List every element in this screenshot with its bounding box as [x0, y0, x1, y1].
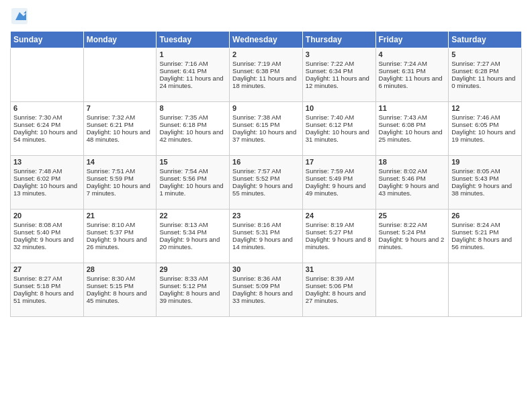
sunrise-text: Sunrise: 8:02 AM [379, 167, 427, 175]
day-cell: 22Sunrise: 8:13 AMSunset: 5:34 PMDayligh… [157, 210, 230, 263]
day-cell: 10Sunrise: 7:40 AMSunset: 6:12 PMDayligh… [302, 102, 375, 156]
daylight-text: Daylight: 11 hours and 18 minutes. [232, 75, 296, 89]
day-cell: 6Sunrise: 7:30 AMSunset: 6:24 PMDaylight… [11, 102, 84, 156]
day-cell: 24Sunrise: 8:19 AMSunset: 5:27 PMDayligh… [302, 210, 375, 263]
day-cell: 21Sunrise: 8:10 AMSunset: 5:37 PMDayligh… [83, 210, 157, 263]
day-number: 4 [379, 50, 446, 58]
sunset-text: Sunset: 6:28 PM [451, 67, 498, 75]
sunset-text: Sunset: 6:12 PM [306, 121, 353, 128]
day-header-thursday: Thursday [302, 32, 375, 48]
day-cell: 31Sunrise: 8:39 AMSunset: 5:06 PMDayligh… [302, 263, 375, 317]
day-cell: 26Sunrise: 8:24 AMSunset: 5:21 PMDayligh… [449, 210, 522, 263]
sunrise-text: Sunrise: 8:16 AM [232, 221, 281, 228]
day-cell: 19Sunrise: 8:05 AMSunset: 5:43 PMDayligh… [449, 156, 522, 210]
sunrise-text: Sunrise: 7:59 AM [306, 167, 354, 175]
day-cell: 14Sunrise: 7:51 AMSunset: 5:59 PMDayligh… [83, 156, 157, 210]
calendar-header-row: SundayMondayTuesdayWednesdayThursdayFrid… [11, 32, 522, 48]
day-number: 16 [232, 158, 300, 166]
daylight-text: Daylight: 10 hours and 19 minutes. [451, 128, 515, 143]
daylight-text: Daylight: 9 hours and 55 minutes. [232, 182, 293, 197]
day-cell: 1Sunrise: 7:16 AMSunset: 6:41 PMDaylight… [157, 48, 230, 102]
sunset-text: Sunset: 6:15 PM [232, 121, 279, 128]
daylight-text: Daylight: 9 hours and 20 minutes. [159, 236, 220, 250]
sunrise-text: Sunrise: 7:51 AM [87, 167, 135, 175]
daylight-text: Daylight: 8 hours and 51 minutes. [13, 289, 74, 304]
day-cell [11, 48, 84, 102]
day-header-friday: Friday [375, 32, 449, 48]
week-row-3: 13Sunrise: 7:48 AMSunset: 6:02 PMDayligh… [11, 156, 522, 210]
sunrise-text: Sunrise: 7:57 AM [232, 167, 281, 175]
sunset-text: Sunset: 5:59 PM [87, 175, 134, 182]
day-cell: 15Sunrise: 7:54 AMSunset: 5:56 PMDayligh… [157, 156, 230, 210]
daylight-text: Daylight: 10 hours and 42 minutes. [159, 128, 223, 143]
sunset-text: Sunset: 5:24 PM [379, 228, 426, 236]
day-cell: 28Sunrise: 8:30 AMSunset: 5:15 PMDayligh… [83, 263, 157, 317]
day-number: 5 [451, 50, 519, 58]
sunrise-text: Sunrise: 7:27 AM [451, 60, 500, 67]
day-header-saturday: Saturday [449, 32, 522, 48]
daylight-text: Daylight: 8 hours and 39 minutes. [159, 289, 220, 304]
day-cell: 16Sunrise: 7:57 AMSunset: 5:52 PMDayligh… [230, 156, 303, 210]
sunrise-text: Sunrise: 8:10 AM [87, 221, 135, 228]
sunset-text: Sunset: 5:49 PM [306, 175, 353, 182]
daylight-text: Daylight: 9 hours and 2 minutes. [379, 236, 445, 250]
daylight-text: Daylight: 10 hours and 48 minutes. [87, 128, 150, 143]
sunrise-text: Sunrise: 8:19 AM [306, 221, 354, 228]
day-header-sunday: Sunday [11, 32, 84, 48]
sunset-text: Sunset: 6:38 PM [232, 67, 279, 75]
sunrise-text: Sunrise: 7:32 AM [87, 113, 135, 121]
sunrise-text: Sunrise: 8:39 AM [306, 275, 354, 282]
day-number: 2 [232, 50, 300, 58]
daylight-text: Daylight: 10 hours and 7 minutes. [87, 182, 150, 197]
day-cell [449, 263, 522, 317]
header [10, 7, 522, 26]
daylight-text: Daylight: 11 hours and 0 minutes. [451, 75, 515, 89]
day-number: 21 [87, 212, 154, 220]
sunrise-text: Sunrise: 7:19 AM [232, 60, 281, 67]
sunset-text: Sunset: 5:27 PM [306, 228, 353, 236]
day-number: 8 [159, 104, 226, 112]
day-cell: 3Sunrise: 7:22 AMSunset: 6:34 PMDaylight… [302, 48, 375, 102]
daylight-text: Daylight: 10 hours and 37 minutes. [232, 128, 296, 143]
day-cell: 29Sunrise: 8:33 AMSunset: 5:12 PMDayligh… [157, 263, 230, 317]
daylight-text: Daylight: 9 hours and 26 minutes. [87, 236, 147, 250]
day-number: 13 [13, 158, 81, 166]
day-number: 26 [451, 212, 519, 220]
daylight-text: Daylight: 10 hours and 31 minutes. [306, 128, 369, 143]
week-row-1: 1Sunrise: 7:16 AMSunset: 6:41 PMDaylight… [11, 48, 522, 102]
sunset-text: Sunset: 5:40 PM [13, 228, 60, 236]
day-cell: 17Sunrise: 7:59 AMSunset: 5:49 PMDayligh… [302, 156, 375, 210]
daylight-text: Daylight: 11 hours and 6 minutes. [379, 75, 443, 89]
sunrise-text: Sunrise: 8:33 AM [159, 275, 208, 282]
sunset-text: Sunset: 6:05 PM [451, 121, 498, 128]
sunset-text: Sunset: 5:34 PM [159, 228, 206, 236]
day-cell: 23Sunrise: 8:16 AMSunset: 5:31 PMDayligh… [230, 210, 303, 263]
sunrise-text: Sunrise: 8:08 AM [13, 221, 62, 228]
day-number: 10 [306, 104, 373, 112]
sunset-text: Sunset: 6:18 PM [159, 121, 206, 128]
sunrise-text: Sunrise: 7:24 AM [379, 60, 427, 67]
sunset-text: Sunset: 6:24 PM [13, 121, 60, 128]
day-cell [83, 48, 157, 102]
calendar-table: SundayMondayTuesdayWednesdayThursdayFrid… [10, 31, 522, 317]
logo-icon [10, 7, 29, 26]
sunrise-text: Sunrise: 7:54 AM [159, 167, 208, 175]
daylight-text: Daylight: 9 hours and 8 minutes. [306, 236, 371, 250]
daylight-text: Daylight: 10 hours and 13 minutes. [13, 182, 77, 197]
day-number: 30 [232, 265, 300, 273]
daylight-text: Daylight: 11 hours and 12 minutes. [306, 75, 369, 89]
sunset-text: Sunset: 5:21 PM [451, 228, 498, 236]
sunset-text: Sunset: 6:08 PM [379, 121, 426, 128]
day-number: 27 [13, 265, 81, 273]
sunset-text: Sunset: 6:34 PM [306, 67, 353, 75]
day-cell: 9Sunrise: 7:38 AMSunset: 6:15 PMDaylight… [230, 102, 303, 156]
day-cell: 27Sunrise: 8:27 AMSunset: 5:18 PMDayligh… [11, 263, 84, 317]
day-number: 14 [87, 158, 154, 166]
daylight-text: Daylight: 8 hours and 45 minutes. [87, 289, 147, 304]
day-header-wednesday: Wednesday [230, 32, 303, 48]
day-cell: 12Sunrise: 7:46 AMSunset: 6:05 PMDayligh… [449, 102, 522, 156]
sunrise-text: Sunrise: 7:46 AM [451, 113, 500, 121]
sunset-text: Sunset: 5:31 PM [232, 228, 279, 236]
day-number: 31 [306, 265, 373, 273]
sunrise-text: Sunrise: 8:05 AM [451, 167, 500, 175]
